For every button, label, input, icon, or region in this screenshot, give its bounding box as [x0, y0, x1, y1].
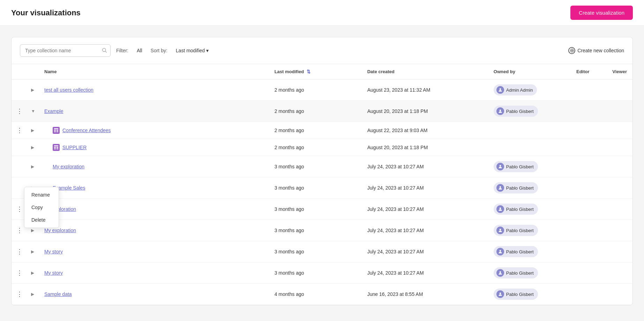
- context-menu-delete[interactable]: Delete: [24, 214, 59, 226]
- context-menu-copy[interactable]: Copy: [24, 201, 59, 214]
- filter-dropdown[interactable]: All: [137, 48, 142, 53]
- row-expand-cell: ▶: [28, 284, 39, 305]
- col-header-menu: [12, 64, 28, 79]
- row-date-created: August 23, 2023 at 11:32 AM: [362, 79, 488, 101]
- svg-rect-7: [54, 131, 56, 132]
- sort-dropdown-arrow: ▾: [206, 48, 209, 53]
- row-owned-by: Pablo Gisbert: [488, 199, 571, 220]
- row-menu-button[interactable]: ⋮: [14, 127, 25, 134]
- row-expand-cell: ▶: [28, 262, 39, 284]
- row-name-cell: SUPPLIER: [39, 139, 269, 156]
- row-menu-cell: ⋮: [12, 284, 28, 305]
- row-expand-cell: ▶: [28, 122, 39, 139]
- row-menu-button[interactable]: ⋮: [14, 227, 25, 234]
- table-container: Name Last modified ⇅ Date created Owned …: [12, 64, 632, 305]
- collection-name-link[interactable]: My exploration: [44, 228, 76, 233]
- row-viewer: [607, 220, 632, 241]
- row-viewer: [607, 177, 632, 199]
- row-expand-button[interactable]: ▶: [29, 163, 36, 170]
- table-row: ⋮▶My exploration3 months agoJuly 24, 202…: [12, 220, 632, 241]
- row-menu-cell: ⋮: [12, 262, 28, 284]
- context-menu-rename[interactable]: Rename: [24, 189, 59, 201]
- row-expand-cell: ▶: [28, 156, 39, 177]
- row-name-cell: Example: [39, 101, 269, 122]
- table-row: ▶test all users collection2 months agoAu…: [12, 79, 632, 101]
- col-header-expand: [28, 64, 39, 79]
- row-last-modified: 3 months ago: [269, 241, 362, 262]
- toolbar: Filter: All Sort by: Last modified ▾ ⊕ C…: [12, 37, 632, 64]
- svg-point-2: [499, 88, 501, 90]
- row-menu-button[interactable]: ⋮: [14, 107, 25, 115]
- row-menu-button[interactable]: ⋮: [14, 269, 25, 277]
- row-expand-button[interactable]: ▶: [29, 291, 36, 297]
- row-expand-button[interactable]: ▼: [29, 108, 37, 114]
- row-owned-by: [488, 122, 571, 139]
- table-row: ⋮▶My exploration3 months agoJuly 24, 202…: [12, 199, 632, 220]
- collection-name-link[interactable]: SUPPLIER: [62, 145, 87, 150]
- row-expand-button[interactable]: ▶: [29, 127, 36, 133]
- row-menu-button[interactable]: ⋮: [14, 248, 25, 255]
- sort-dropdown[interactable]: Last modified ▾: [176, 48, 209, 53]
- row-editor: [571, 284, 607, 305]
- row-menu-button[interactable]: ⋮: [14, 205, 25, 213]
- row-last-modified: 4 months ago: [269, 284, 362, 305]
- filter-label: Filter:: [116, 48, 128, 53]
- col-header-last-modified[interactable]: Last modified ⇅: [269, 64, 362, 79]
- table-header: Name Last modified ⇅ Date created Owned …: [12, 64, 632, 79]
- context-menu: Rename Copy Delete: [24, 187, 59, 228]
- row-viewer: [607, 262, 632, 284]
- collection-name-link[interactable]: Sample data: [44, 291, 72, 297]
- owner-badge: Pablo Gisbert: [494, 267, 538, 278]
- row-name-cell: My exploration: [39, 220, 269, 241]
- table-row: ⋮▶My story3 months agoJuly 24, 2023 at 1…: [12, 241, 632, 262]
- row-editor: [571, 199, 607, 220]
- page-title: Your visualizations: [11, 8, 81, 17]
- row-date-created: June 16, 2023 at 8:55 AM: [362, 284, 488, 305]
- row-viewer: [607, 241, 632, 262]
- collection-name-link[interactable]: My exploration: [53, 164, 84, 169]
- top-bar: Your visualizations Create visualization: [0, 0, 644, 26]
- row-menu-button[interactable]: ⋮: [14, 290, 25, 298]
- row-last-modified: 2 months ago: [269, 122, 362, 139]
- avatar: [496, 163, 504, 170]
- create-visualization-button[interactable]: Create visualization: [570, 6, 633, 20]
- owner-badge: Pablo Gisbert: [494, 182, 538, 193]
- row-date-created: August 20, 2023 at 1:18 PM: [362, 101, 488, 122]
- svg-rect-12: [54, 148, 56, 150]
- row-name-cell: My story: [39, 262, 269, 284]
- filter-sort-area: Filter: All Sort by: Last modified ▾: [116, 48, 563, 53]
- row-last-modified: 2 months ago: [269, 139, 362, 156]
- row-expand-button[interactable]: ▶: [29, 249, 36, 255]
- collection-name-link[interactable]: Example: [44, 108, 63, 114]
- row-last-modified: 2 months ago: [269, 79, 362, 101]
- row-date-created: July 24, 2023 at 10:27 AM: [362, 177, 488, 199]
- table-row: ▶SUPPLIER2 months agoAugust 20, 2023 at …: [12, 139, 632, 156]
- row-expand-cell: ▶: [28, 79, 39, 101]
- svg-point-19: [499, 271, 501, 273]
- svg-rect-11: [57, 147, 58, 148]
- create-collection-button[interactable]: ⊕ Create new collection: [568, 47, 624, 54]
- row-expand-button[interactable]: ▶: [29, 270, 36, 276]
- collection-name-link[interactable]: My story: [44, 249, 63, 254]
- svg-point-14: [499, 165, 501, 167]
- collection-name-link[interactable]: test all users collection: [44, 87, 93, 93]
- row-viewer: [607, 284, 632, 305]
- row-expand-cell: ▶: [28, 139, 39, 156]
- search-box: [20, 44, 111, 57]
- row-menu-cell: [12, 79, 28, 101]
- svg-rect-9: [54, 145, 58, 146]
- row-name-cell: My exploration: [39, 156, 269, 177]
- row-expand-button[interactable]: ▶: [29, 87, 36, 93]
- owner-name: Pablo Gisbert: [506, 228, 534, 233]
- collection-name-link[interactable]: Conference Attendees: [62, 128, 111, 133]
- row-expand-button[interactable]: ▶: [29, 227, 36, 234]
- row-expand-button[interactable]: ▶: [29, 144, 36, 151]
- table-row: ▶My exploration3 months agoJuly 24, 2023…: [12, 156, 632, 177]
- row-owned-by: Pablo Gisbert: [488, 101, 571, 122]
- search-input[interactable]: [20, 44, 111, 57]
- collection-name-link[interactable]: My story: [44, 270, 63, 276]
- avatar: [496, 184, 504, 192]
- owner-badge: Pablo Gisbert: [494, 204, 538, 215]
- svg-rect-13: [57, 148, 58, 150]
- row-editor: [571, 139, 607, 156]
